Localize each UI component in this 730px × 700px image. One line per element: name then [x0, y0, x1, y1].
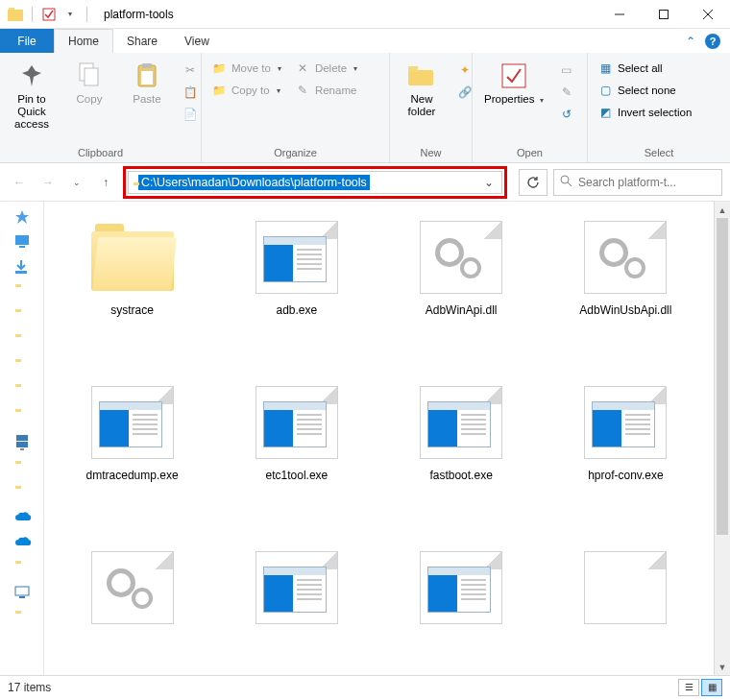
file-name: dmtracedump.exe [86, 469, 179, 482]
search-box[interactable] [553, 169, 722, 196]
scrollbar-thumb[interactable] [717, 218, 728, 535]
file-name: AdbWinApi.dll [426, 303, 498, 317]
nav-row: ← → ⌄ ↑ C:\Users\madan\Downloads\platfor… [0, 163, 730, 202]
svg-rect-11 [408, 66, 418, 72]
group-label-organize: Organize [207, 145, 383, 160]
file-item[interactable]: adb.exe [218, 217, 375, 371]
downloads-icon[interactable] [14, 259, 30, 275]
svg-rect-18 [16, 435, 28, 441]
new-folder-button[interactable]: New folder [396, 57, 448, 122]
tab-home[interactable]: Home [54, 29, 113, 53]
folder-icon[interactable] [14, 384, 30, 399]
invert-selection-button[interactable]: ◩Invert selection [594, 103, 695, 122]
nav-pane[interactable] [0, 202, 44, 675]
collapse-ribbon-icon[interactable]: ⌃ [686, 35, 695, 48]
move-to-button[interactable]: 📁Move to▾ [207, 59, 285, 78]
file-icon [579, 547, 671, 628]
copy-button[interactable]: Copy [63, 57, 115, 109]
recent-locations-button[interactable]: ⌄ [65, 169, 88, 196]
file-icon [86, 217, 179, 298]
qat-dropdown-icon[interactable]: ▾ [62, 7, 78, 22]
svg-rect-15 [15, 235, 29, 245]
folder-icon[interactable] [14, 486, 30, 501]
history-button[interactable]: ↺ [555, 105, 578, 124]
delete-icon: ✕ [295, 60, 310, 76]
delete-button[interactable]: ✕Delete▾ [291, 59, 361, 78]
folder-icon[interactable] [14, 284, 30, 300]
ribbon-tabs: File Home Share View ⌃ ? [0, 29, 730, 53]
file-item[interactable] [54, 547, 210, 675]
folder-icon[interactable] [14, 561, 30, 576]
copy-to-button[interactable]: 📁Copy to▾ [207, 81, 285, 100]
file-icon [579, 382, 671, 463]
select-none-button[interactable]: ▢Select none [594, 81, 695, 100]
properties-button[interactable]: Properties ▾ [478, 57, 549, 109]
properties-quick-icon[interactable] [41, 7, 57, 22]
history-icon: ↺ [559, 107, 574, 122]
close-button[interactable] [686, 0, 730, 29]
file-icon [86, 547, 179, 628]
paste-shortcut-button[interactable]: 📄 [179, 105, 202, 124]
up-button[interactable]: ↑ [94, 169, 117, 196]
folder-icon[interactable] [14, 409, 30, 424]
tab-share[interactable]: Share [113, 29, 171, 53]
file-icon [251, 217, 343, 298]
file-item[interactable] [548, 547, 704, 675]
large-icons-view-button[interactable]: ▦ [701, 679, 722, 696]
file-item[interactable]: AdbWinApi.dll [383, 217, 540, 371]
folder-icon[interactable] [14, 611, 30, 626]
select-all-button[interactable]: ▦Select all [594, 59, 695, 78]
address-bar[interactable]: C:\Users\madan\Downloads\platform-tools … [128, 171, 502, 194]
move-icon: 📁 [211, 60, 227, 76]
desktop-icon[interactable] [14, 234, 30, 250]
file-item[interactable]: systrace [54, 217, 210, 371]
monitor-icon[interactable] [14, 586, 30, 601]
folder-icon[interactable] [14, 309, 30, 325]
file-item[interactable] [383, 547, 540, 675]
file-item[interactable]: hprof-conv.exe [548, 382, 704, 536]
forward-button[interactable]: → [36, 169, 60, 196]
file-item[interactable]: etc1tool.exe [218, 382, 375, 536]
folder-icon[interactable] [14, 461, 30, 476]
open-button[interactable]: ▭ [555, 60, 578, 80]
address-bar-highlight: C:\Users\madan\Downloads\platform-tools … [123, 166, 507, 199]
file-item[interactable]: fastboot.exe [383, 382, 540, 536]
rename-button[interactable]: ✎Rename [291, 81, 361, 100]
scroll-down-icon[interactable]: ▼ [715, 659, 730, 675]
file-item[interactable] [218, 547, 375, 675]
select-none-icon: ▢ [597, 83, 613, 98]
maximize-button[interactable] [642, 0, 686, 29]
svg-point-13 [561, 176, 569, 183]
address-dropdown-icon[interactable]: ⌄ [480, 176, 498, 189]
properties-icon [499, 60, 529, 91]
onedrive-icon[interactable] [14, 536, 30, 551]
pin-to-quick-access-button[interactable]: Pin to Quick access [6, 57, 58, 135]
this-pc-icon[interactable] [14, 434, 30, 451]
scrollbar[interactable]: ▲ ▼ [714, 202, 730, 675]
folder-icon[interactable] [14, 359, 30, 374]
tab-view[interactable]: View [171, 29, 223, 53]
file-tab[interactable]: File [0, 29, 54, 53]
quick-access-icon[interactable] [14, 209, 30, 225]
help-icon[interactable]: ? [705, 34, 720, 49]
search-input[interactable] [578, 176, 716, 189]
scroll-up-icon[interactable]: ▲ [715, 202, 730, 218]
file-item[interactable]: dmtracedump.exe [54, 382, 210, 536]
address-path[interactable]: C:\Users\madan\Downloads\platform-tools [138, 175, 370, 190]
copy-path-button[interactable]: 📋 [179, 83, 202, 102]
onedrive-icon[interactable] [14, 511, 30, 526]
details-view-button[interactable]: ☰ [678, 679, 699, 696]
refresh-button[interactable] [519, 169, 548, 196]
folder-icon[interactable] [14, 334, 30, 350]
edit-button[interactable]: ✎ [555, 83, 578, 102]
file-icon [579, 217, 671, 298]
file-grid[interactable]: systraceadb.exeAdbWinApi.dllAdbWinUsbApi… [44, 202, 714, 675]
cut-button[interactable]: ✂ [179, 60, 202, 80]
file-item[interactable]: AdbWinUsbApi.dll [548, 217, 704, 371]
paste-button[interactable]: Paste [121, 57, 173, 109]
item-count: 17 items [8, 681, 51, 694]
file-name: AdbWinUsbApi.dll [579, 303, 671, 317]
back-button[interactable]: ← [8, 169, 31, 196]
minimize-button[interactable] [597, 0, 642, 29]
rename-icon: ✎ [295, 83, 310, 98]
